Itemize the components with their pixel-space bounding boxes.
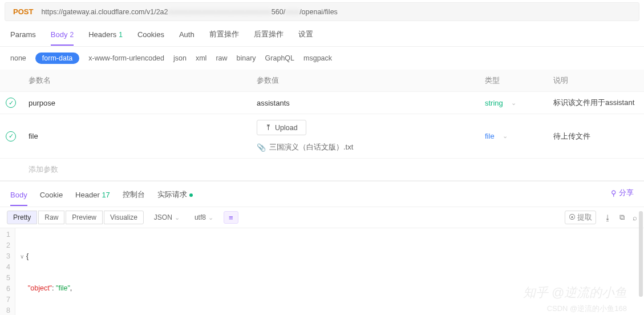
charset-select[interactable]: utf8⌄ <box>190 211 218 224</box>
share-icon: ⚲ <box>611 189 617 197</box>
param-desc[interactable]: 待上传文件 <box>551 131 641 142</box>
chevron-down-icon: ⌄ <box>503 132 508 140</box>
filter-icon: ≡ <box>229 213 233 222</box>
rtab-body[interactable]: Body <box>10 191 27 206</box>
tab-params[interactable]: Params <box>10 30 36 46</box>
table-header: 参数名 参数值 类型 说明 <box>0 70 644 92</box>
body-type-selector: none form-data x-www-form-urlencoded jso… <box>0 47 644 70</box>
format-select[interactable]: JSON⌄ <box>149 211 184 224</box>
col-name: 参数名 <box>26 75 254 86</box>
tab-headers[interactable]: Headers1 <box>88 30 123 46</box>
param-type[interactable]: string⌄ <box>485 99 516 107</box>
response-body-json[interactable]: 12345678910 ∨{ "object": "file", "id": "… <box>0 228 644 315</box>
bodytype-json[interactable]: json <box>173 54 187 62</box>
paperclip-icon: 📎 <box>257 143 266 152</box>
add-param-row[interactable]: 添加参数 <box>0 159 644 181</box>
rtab-console[interactable]: 控制台 <box>123 189 145 207</box>
view-pretty[interactable]: Pretty <box>7 211 37 224</box>
tab-body[interactable]: Body2 <box>51 30 74 46</box>
response-tabs: Body Cookie Header 17 控制台 实际请求 ⚲分享 <box>0 181 644 207</box>
response-view-bar: Pretty Raw Preview Visualize JSON⌄ utf8⌄… <box>0 207 644 228</box>
http-method[interactable]: POST <box>13 7 33 16</box>
request-url-bar: POST https://gateway.ai.cloudflare.com/v… <box>5 2 639 21</box>
check-icon[interactable]: ✓ <box>6 98 16 108</box>
fold-icon[interactable]: ∨ <box>20 253 24 260</box>
view-raw[interactable]: Raw <box>38 211 64 224</box>
dot-icon <box>189 193 193 197</box>
upload-icon: ⤒ <box>265 123 272 132</box>
param-desc[interactable]: 标识该文件用于assistant <box>551 98 641 108</box>
bodytype-form-data[interactable]: form-data <box>35 52 80 64</box>
bodytype-xml[interactable]: xml <box>196 54 206 62</box>
chevron-down-icon: ⌄ <box>175 214 180 221</box>
bodytype-binary[interactable]: binary <box>237 54 256 62</box>
col-type: 类型 <box>483 75 551 86</box>
table-row: ✓ file ⤒Upload 📎三国演义（白话文版）.txt file⌄ 待上传… <box>0 114 644 159</box>
line-gutter: 12345678910 <box>0 228 15 315</box>
request-tabs: Params Body2 Headers1 Cookies Auth 前置操作 … <box>0 21 644 47</box>
tab-prescript[interactable]: 前置操作 <box>209 29 239 46</box>
param-key[interactable]: purpose <box>26 99 254 107</box>
col-value: 参数值 <box>254 75 483 86</box>
view-visualize[interactable]: Visualize <box>104 211 144 224</box>
upload-button[interactable]: ⤒Upload <box>257 120 306 135</box>
bodytype-xwww[interactable]: x-www-form-urlencoded <box>88 54 164 62</box>
tab-postscript[interactable]: 后置操作 <box>254 29 283 46</box>
rtab-cookie[interactable]: Cookie <box>40 191 63 206</box>
bodytype-raw[interactable]: raw <box>216 54 227 62</box>
save-icon[interactable]: ⭳ <box>604 213 611 222</box>
rtab-actual[interactable]: 实际请求 <box>157 189 193 207</box>
uploaded-file-name[interactable]: 📎三国演义（白话文版）.txt <box>257 142 353 152</box>
chevron-down-icon: ⌄ <box>511 99 516 107</box>
search-icon[interactable]: ⌕ <box>633 213 637 222</box>
bodytype-graphql[interactable]: GraphQL <box>265 54 294 62</box>
view-preview[interactable]: Preview <box>66 211 103 224</box>
share-button[interactable]: ⚲分享 <box>611 188 634 198</box>
tab-auth[interactable]: Auth <box>179 30 195 46</box>
check-icon[interactable]: ✓ <box>6 131 16 142</box>
bodytype-msgpack[interactable]: msgpack <box>303 54 332 62</box>
add-param-label: 添加参数 <box>26 164 254 175</box>
filter-button[interactable]: ≡ <box>224 211 238 224</box>
table-row: ✓ purpose assistants string⌄ 标识该文件用于assi… <box>0 92 644 114</box>
json-code: ∨{ "object": "file", "id": "file-0Coxxxx… <box>15 228 159 315</box>
rtab-header[interactable]: Header 17 <box>75 191 110 206</box>
tab-cookies[interactable]: Cookies <box>137 30 164 46</box>
bodytype-none[interactable]: none <box>10 54 26 62</box>
extract-button[interactable]: ⦿ 提取 <box>565 211 596 224</box>
col-desc: 说明 <box>551 75 641 86</box>
chevron-down-icon: ⌄ <box>208 214 213 221</box>
request-url[interactable]: https://gateway.ai.cloudflare.com/v1/2a2… <box>41 8 337 16</box>
param-type[interactable]: file⌄ <box>485 132 508 140</box>
param-key[interactable]: file <box>26 132 254 140</box>
form-data-table: 参数名 参数值 类型 说明 ✓ purpose assistants strin… <box>0 70 644 181</box>
vertical-scrollbar[interactable] <box>639 211 643 297</box>
copy-icon[interactable]: ⧉ <box>619 213 625 222</box>
param-value[interactable]: assistants <box>254 99 483 107</box>
tab-settings[interactable]: 设置 <box>298 29 313 46</box>
